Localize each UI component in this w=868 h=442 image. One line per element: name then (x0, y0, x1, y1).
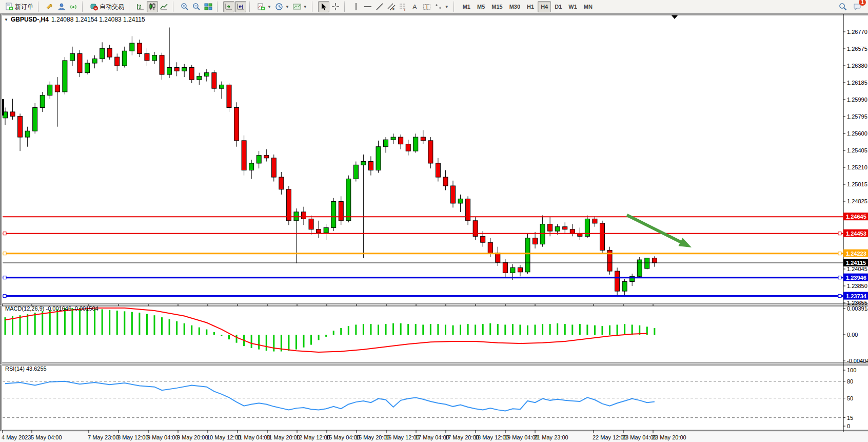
tile-windows-button[interactable] (203, 1, 214, 12)
panel-splitter[interactable] (0, 431, 868, 432)
vertical-line-button[interactable] (350, 1, 362, 12)
horizontal-line-button[interactable] (362, 1, 373, 12)
new-order-button[interactable]: 新订单 (4, 1, 35, 12)
candle-bearish (174, 67, 179, 71)
toolbar-separator (312, 2, 315, 12)
auto-trading-icon (90, 3, 98, 11)
zoom-in-icon (181, 3, 189, 11)
chart-shift-button[interactable] (235, 1, 246, 12)
auto-scroll-button[interactable] (223, 1, 234, 12)
timeframe-w1-button[interactable]: W1 (565, 1, 580, 12)
timeframe-m15-button[interactable]: M15 (488, 1, 505, 12)
price-chart[interactable]: 1.267701.265751.263801.261851.259901.257… (0, 14, 868, 442)
candle-bearish (309, 219, 313, 229)
collapse-triangle-icon[interactable]: ▼ (4, 17, 8, 22)
alert-horn-icon (46, 3, 54, 11)
hline-handle[interactable] (3, 232, 6, 235)
hline-handle[interactable] (838, 252, 841, 255)
text-button[interactable]: A (409, 1, 421, 12)
hline-handle[interactable] (838, 295, 841, 298)
time-tick-label: 4 May 2023 (2, 434, 31, 440)
alerts-button[interactable] (44, 1, 55, 12)
hline-handle[interactable] (838, 232, 841, 235)
dropdown-caret-icon: ▼ (285, 5, 289, 9)
candle-bullish (540, 224, 545, 244)
candle-bullish (40, 95, 45, 108)
candle-bearish (234, 107, 239, 140)
candle-bearish (548, 224, 553, 232)
indicators-button[interactable]: ▼ (255, 1, 273, 12)
equidistant-channel-icon: E (387, 3, 396, 11)
line-chart-button[interactable] (159, 1, 170, 12)
dropdown-caret-icon: ▼ (267, 5, 271, 9)
label-button[interactable]: T (421, 1, 432, 12)
candle-bearish (443, 177, 448, 186)
candle-bearish (406, 144, 410, 151)
auto-trading-button[interactable]: 自动交易 (88, 1, 126, 12)
shapes-button[interactable]: ▼ (433, 1, 450, 12)
candle-bearish (77, 53, 82, 72)
crosshair-button[interactable] (330, 1, 341, 12)
hline-handle[interactable] (3, 276, 6, 279)
time-tick-label: 15 May 04:00 (326, 434, 360, 440)
panel-splitter[interactable] (0, 364, 868, 364)
periods-button[interactable]: ▼ (273, 1, 291, 12)
profile-button[interactable] (56, 1, 67, 12)
equidistant-channel-button[interactable]: E (386, 1, 397, 12)
candle-bullish (249, 163, 254, 170)
timeframe-mn-button[interactable]: MN (581, 1, 596, 12)
timeframe-m5-button[interactable]: M5 (474, 1, 488, 12)
trendline-button[interactable] (374, 1, 385, 12)
notifications-button[interactable]: 1 (852, 1, 863, 12)
zoom-in-button[interactable] (179, 1, 190, 12)
hline-price-tag-label: 1.23946 (846, 275, 866, 281)
zoom-out-button[interactable] (191, 1, 202, 12)
candle-bearish (615, 271, 620, 291)
candlestick-chart-icon (148, 3, 156, 11)
toolbar-separator (173, 2, 176, 12)
candle-bearish (399, 137, 403, 144)
svg-text:E: E (392, 8, 394, 11)
fibonacci-button[interactable]: F (398, 1, 409, 12)
line-chart-icon (160, 3, 168, 11)
timeframe-h1-button[interactable]: H1 (524, 1, 537, 12)
candle-bullish (25, 131, 30, 137)
candlestick-chart-button[interactable] (147, 1, 158, 12)
candle-bearish (227, 85, 231, 107)
price-tick-label: 1.25600 (847, 130, 867, 137)
templates-button[interactable]: ▼ (291, 1, 309, 12)
chart-surface[interactable]: 1.267701.265751.263801.261851.259901.257… (0, 14, 868, 442)
mt4-window: 新订单 (0, 0, 868, 442)
signal-icon (69, 3, 77, 11)
candle-bearish (368, 162, 373, 170)
candle-bearish (466, 199, 470, 220)
cursor-button[interactable] (318, 1, 329, 12)
candle-bearish (115, 57, 120, 66)
timeframe-m1-button[interactable]: M1 (460, 1, 474, 12)
timeframe-d1-button[interactable]: D1 (551, 1, 565, 12)
candle-bearish (488, 242, 492, 253)
hline-handle[interactable] (3, 252, 6, 255)
time-tick-label: 16 May 12:00 (385, 434, 420, 440)
toolbar-separator (453, 2, 457, 12)
fibonacci-icon: F (399, 3, 407, 11)
text-icon: A (411, 3, 419, 11)
candle-bearish (271, 158, 276, 177)
candle-bullish (182, 67, 187, 71)
timeframe-m30-button[interactable]: M30 (506, 1, 523, 12)
timeframe-h4-button[interactable]: H4 (538, 1, 551, 12)
toolbar-separator (82, 2, 85, 12)
candle-bullish (48, 85, 52, 95)
candle-bearish (18, 116, 23, 137)
signals-button[interactable] (68, 1, 79, 12)
bar-chart-button[interactable] (135, 1, 146, 12)
hline-handle[interactable] (3, 295, 6, 298)
hline-handle[interactable] (838, 276, 841, 279)
price-tick-label: 1.25210 (847, 164, 867, 170)
panel-splitter[interactable] (0, 305, 868, 305)
horizontal-line-icon (364, 3, 372, 11)
toolbar: 新订单 (0, 0, 868, 14)
search-button[interactable] (837, 1, 849, 12)
cursor-arrow-icon (320, 3, 328, 11)
candle-bullish (458, 199, 463, 203)
